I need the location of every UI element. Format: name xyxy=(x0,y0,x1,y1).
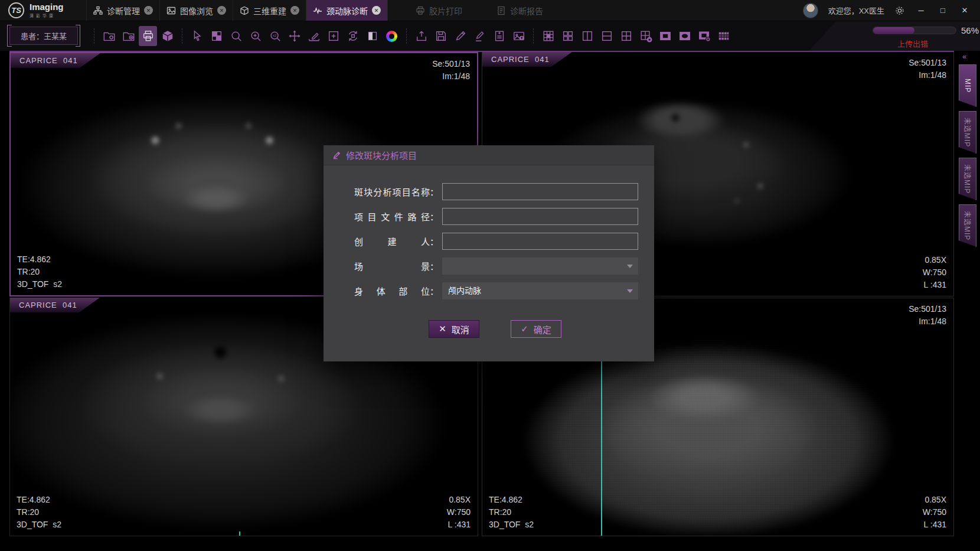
overlay-bottomright: 0.85X W:750 L :431 xyxy=(923,494,946,531)
print-button[interactable] xyxy=(139,26,157,46)
scene-select[interactable] xyxy=(442,257,638,275)
zoom-x2-button[interactable]: x2 xyxy=(266,26,284,46)
close-icon[interactable]: ✕ xyxy=(144,6,153,15)
ellipse-filled-icon xyxy=(678,30,691,43)
pseudo-color-button[interactable] xyxy=(383,26,401,46)
annotation-add-button[interactable] xyxy=(324,26,342,46)
checkerboard-icon xyxy=(210,30,223,43)
rect-filled-icon xyxy=(659,30,672,43)
add-study-button[interactable] xyxy=(119,26,138,46)
tab-label: 诊断报告 xyxy=(510,5,543,17)
layout-compare-button[interactable] xyxy=(207,26,226,46)
tab-image-browse[interactable]: 图像浏览 ✕ xyxy=(160,0,233,21)
edit-pencil-icon xyxy=(332,151,341,159)
image-number: Im:1/48 xyxy=(432,70,470,83)
overlay-topright: Se:501/13 Im:1/48 xyxy=(432,58,470,83)
main-tabs: 诊断管理 ✕ 图像浏览 ✕ 三维重建 ✕ 颈动脉诊断 ✕ 胶片打印 诊断报告 xyxy=(86,0,550,21)
close-icon[interactable]: ✕ xyxy=(217,6,226,15)
patient-label: 患者：王某某 xyxy=(21,30,67,41)
tab-3d-reconstruction[interactable]: 三维重建 ✕ xyxy=(233,0,306,21)
frame-add-icon xyxy=(327,30,340,43)
tab-carotid-diagnosis[interactable]: 颈动脉诊断 ✕ xyxy=(306,0,388,21)
layout-quad-button[interactable] xyxy=(617,26,635,46)
project-name-label: 斑块分析项目名称 xyxy=(354,185,430,198)
upload-error-text[interactable]: 上传出错 xyxy=(897,38,928,49)
waveform-icon xyxy=(313,6,322,15)
mark-pen-button[interactable] xyxy=(471,26,489,46)
sidebar-tab-unselected-mip-1[interactable]: 未选MIP xyxy=(959,111,976,154)
tab-label: 颈动脉诊断 xyxy=(326,5,368,17)
sequence-name: 3D_TOF s2 xyxy=(17,519,61,531)
remove-fill-rectangle-button[interactable] xyxy=(695,26,713,46)
creator-label: 创建人 xyxy=(354,235,430,247)
image-upload-icon xyxy=(512,30,525,43)
cursor-tool-button[interactable] xyxy=(188,26,206,46)
film-layout-button[interactable] xyxy=(714,26,733,46)
report-add-icon xyxy=(493,30,506,43)
confirm-button[interactable]: ✓ 确定 xyxy=(511,320,561,338)
creator-input[interactable] xyxy=(442,233,638,250)
draw-pen-button[interactable] xyxy=(451,26,469,46)
sidebar-tab-unselected-mip-2[interactable]: 未选MIP xyxy=(959,158,976,200)
tab-diagnosis-management[interactable]: 诊断管理 ✕ xyxy=(86,0,160,21)
upload-progress: 56% 上传出错 xyxy=(873,25,979,48)
project-path-input[interactable] xyxy=(442,208,638,225)
body-part-select[interactable]: 颅内动脉 xyxy=(442,282,638,299)
collapse-panel-arrows[interactable]: « xyxy=(962,52,980,61)
cancel-button[interactable]: ✕ 取消 xyxy=(429,320,479,338)
new-report-button[interactable] xyxy=(490,26,508,46)
progress-bar xyxy=(873,27,956,34)
split-horizontal-button[interactable] xyxy=(597,26,616,46)
save-button[interactable] xyxy=(432,26,450,46)
zoom-factor: 0.85X xyxy=(447,494,471,506)
zoom-x2-icon: x2 xyxy=(269,30,282,43)
split-vertical-button[interactable] xyxy=(578,26,596,46)
tab-label: 诊断管理 xyxy=(107,5,140,17)
dialog-header[interactable]: 修改斑块分析项目 xyxy=(324,145,654,165)
minimize-button[interactable]: ─ xyxy=(915,6,927,15)
export-button[interactable] xyxy=(412,26,430,46)
close-icon[interactable]: ✕ xyxy=(372,6,381,15)
project-name-input[interactable] xyxy=(442,183,638,200)
series-number: Se:501/13 xyxy=(909,303,946,315)
viewport-top-accent xyxy=(9,51,954,52)
patient-name-box[interactable]: 患者：王某某 xyxy=(9,27,78,45)
3d-view-button[interactable] xyxy=(158,26,177,46)
toolbar-separator xyxy=(406,28,407,44)
toolbar-separator xyxy=(533,28,534,44)
pan-button[interactable] xyxy=(285,26,303,46)
dialog-title: 修改斑块分析项目 xyxy=(346,149,417,161)
app-subtitle: 清影华康 xyxy=(30,14,64,18)
sidebar-tab-unselected-mip-3[interactable]: 未选MIP xyxy=(959,204,976,247)
measure-button[interactable] xyxy=(305,26,323,46)
sidebar-tab-mip[interactable]: MIP xyxy=(959,64,976,107)
layout-tiles-button[interactable] xyxy=(558,26,577,46)
toolbar-separator xyxy=(182,28,182,44)
fill-ellipse-button[interactable] xyxy=(675,26,694,46)
split-vertical-icon xyxy=(581,30,594,43)
upload-image-button[interactable] xyxy=(509,26,528,46)
upload-icon xyxy=(415,30,428,43)
bracket-decoration xyxy=(7,25,12,47)
body-part-label: 身体部位 xyxy=(354,285,430,297)
confirm-check-icon: ✓ xyxy=(521,324,528,334)
layout-grid-button[interactable] xyxy=(539,26,557,46)
remove-layout-button[interactable] xyxy=(636,26,655,46)
folder-add-icon xyxy=(122,30,135,43)
user-avatar[interactable] xyxy=(803,3,818,18)
close-icon[interactable]: ✕ xyxy=(290,6,299,15)
magnify-button[interactable] xyxy=(227,26,245,46)
maximize-button[interactable]: □ xyxy=(937,6,949,15)
cancel-label: 取消 xyxy=(452,323,469,335)
fill-rectangle-button[interactable] xyxy=(656,26,674,46)
rotate-button[interactable] xyxy=(344,26,362,46)
window-level-button[interactable] xyxy=(363,26,381,46)
dialog-buttons: ✕ 取消 ✓ 确定 xyxy=(429,320,654,338)
close-window-button[interactable]: ✕ xyxy=(959,6,971,15)
settings-gear-icon[interactable] xyxy=(894,5,905,16)
cube-icon xyxy=(240,6,249,15)
open-study-settings-button[interactable] xyxy=(100,26,118,46)
edit-plaque-project-dialog: 修改斑块分析项目 斑块分析项目名称 ： 项目文件路径 ： 创建人 ： 场景 ： … xyxy=(324,145,654,361)
sitemap-icon xyxy=(93,6,103,15)
zoom-in-button[interactable] xyxy=(246,26,264,46)
